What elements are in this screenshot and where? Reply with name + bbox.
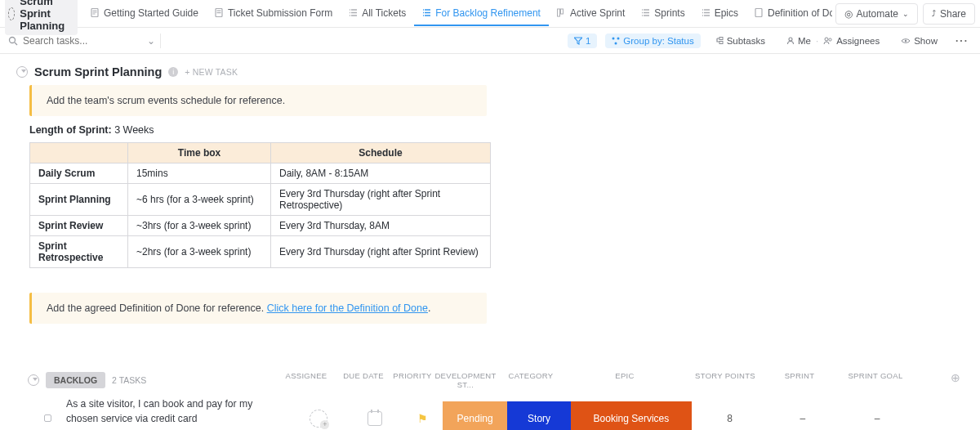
list-icon [349, 8, 358, 17]
sprint-cell[interactable]: – [768, 413, 837, 424]
th-timebox: Time box [128, 143, 271, 163]
board-icon [557, 8, 566, 17]
col-devstatus[interactable]: DEVELOPMENT ST... [433, 371, 498, 389]
tab-definition-of-done[interactable]: Definition of Done [746, 2, 832, 26]
callout-dod: Add the agreed Definition of Done for re… [29, 293, 487, 324]
divider: · [816, 36, 818, 46]
add-column-button[interactable]: ⊕ [946, 371, 965, 389]
table-row: Daily Scrum 15mins Daily, 8AM - 8:15AM [30, 163, 491, 184]
backlog-list: BACKLOG 2 TASKS ASSIGNEE DUE DATE PRIORI… [16, 371, 965, 430]
project-title[interactable]: Scrum Sprint Planning [5, 0, 78, 35]
col-sprint[interactable]: SPRINT [764, 371, 835, 389]
sprint-length-value: 3 Weeks [114, 124, 154, 136]
points-cell[interactable]: 8 [692, 413, 768, 424]
svg-rect-12 [719, 41, 723, 43]
group-icon [612, 37, 620, 45]
doc-icon [755, 8, 764, 17]
task-inline-icons: ≡ [66, 426, 284, 430]
col-assignee[interactable]: ASSIGNEE [278, 371, 335, 389]
divider [160, 34, 161, 48]
calendar-icon [368, 411, 382, 426]
col-epic[interactable]: EPIC [564, 371, 686, 389]
category-tag[interactable]: Story [507, 401, 571, 430]
tab-all-tickets[interactable]: All Tickets [341, 2, 414, 26]
callout-events: Add the team's scrum events schedule for… [29, 85, 487, 116]
automate-button[interactable]: ◎ Automate ⌄ [835, 3, 918, 25]
group-name[interactable]: BACKLOG [46, 372, 105, 388]
svg-rect-3 [216, 12, 220, 13]
svg-rect-5 [560, 9, 563, 14]
tab-backlog-refinement[interactable]: For Backlog Refinement [414, 2, 549, 26]
tab-getting-started[interactable]: Getting Started Guide [82, 2, 207, 26]
goal-cell[interactable]: – [837, 413, 917, 424]
svg-rect-11 [719, 37, 723, 39]
dev-status-tag[interactable]: Pending [443, 401, 506, 430]
table-row: Sprint Planning ~6 hrs (for a 3-week spr… [30, 184, 491, 216]
more-menu[interactable]: ··· [952, 35, 972, 47]
event-schedule: Daily, 8AM - 8:15AM [271, 163, 491, 184]
status-checkbox[interactable] [44, 414, 51, 422]
share-button[interactable]: ⤴ Share [923, 3, 975, 25]
sprint-icon [8, 7, 15, 20]
subtasks-pill[interactable]: Subtasks [709, 34, 772, 48]
dod-link[interactable]: Click here for the Definition of Done [267, 302, 428, 314]
group-by-label: Group by: Status [623, 36, 693, 46]
sprint-length: Length of Sprint: 3 Weeks [29, 124, 965, 136]
automate-label: Automate [857, 8, 898, 20]
event-name: Daily Scrum [30, 163, 128, 184]
group-by-pill[interactable]: Group by: Status [605, 34, 700, 48]
tab-label: Sprints [654, 7, 684, 19]
svg-point-10 [615, 42, 617, 44]
task-row[interactable]: As a site visitor, I can book and pay fo… [16, 394, 965, 430]
svg-point-7 [10, 37, 16, 43]
filter-count-pill[interactable]: 1 [568, 34, 597, 48]
callout-dod-text: Add the agreed Definition of Done for re… [47, 302, 267, 314]
tab-sprints[interactable]: Sprints [633, 2, 693, 26]
event-time: ~2hrs (for a 3-week sprint) [128, 236, 271, 268]
col-duedate[interactable]: DUE DATE [335, 371, 392, 389]
tab-ticket-form[interactable]: Ticket Submission Form [207, 2, 341, 26]
collapse-toggle[interactable] [16, 66, 28, 78]
duedate-cell[interactable] [347, 411, 403, 426]
event-name: Sprint Retrospective [30, 236, 128, 268]
col-category[interactable]: CATEGORY [498, 371, 564, 389]
search-icon [8, 36, 18, 46]
tab-epics[interactable]: Epics [693, 2, 746, 26]
assignee-cell[interactable] [291, 410, 347, 428]
svg-point-13 [789, 38, 792, 41]
callout-text: Add the team's scrum events schedule for… [47, 95, 285, 106]
me-pill[interactable]: Me · Assignees [780, 34, 886, 48]
info-icon[interactable]: i [168, 67, 178, 77]
task-title[interactable]: As a site visitor, I can book and pay fo… [66, 397, 291, 430]
top-nav-right: ◎ Automate ⌄ ⤴ Share [835, 3, 975, 25]
filter-icon [574, 37, 582, 45]
new-task-link[interactable]: + NEW TASK [185, 67, 238, 77]
tab-active-sprint[interactable]: Active Sprint [549, 2, 633, 26]
table-row: Sprint Retrospective ~2hrs (for a 3-week… [30, 236, 491, 268]
top-nav-left: Scrum Sprint Planning Getting Started Gu… [5, 0, 832, 35]
project-title-text: Scrum Sprint Planning [20, 0, 71, 32]
top-navigation: Scrum Sprint Planning Getting Started Gu… [0, 0, 980, 28]
tab-label: Getting Started Guide [104, 7, 198, 19]
chevron-down-icon[interactable]: ⌄ [144, 35, 152, 47]
events-table: Time box Schedule Daily Scrum 15mins Dai… [29, 142, 491, 268]
svg-point-9 [617, 37, 620, 39]
col-points[interactable]: STORY POINTS [686, 371, 764, 389]
assignees-label: Assignees [836, 36, 880, 46]
th-schedule: Schedule [271, 143, 491, 163]
list-icon [422, 8, 431, 17]
priority-cell[interactable] [403, 412, 443, 425]
collapse-toggle[interactable] [28, 374, 39, 386]
doc-icon [91, 8, 100, 17]
svg-point-15 [829, 38, 831, 40]
svg-point-14 [825, 38, 828, 41]
col-goal[interactable]: SPRINT GOAL [835, 371, 916, 389]
list-icon [702, 8, 710, 17]
show-pill[interactable]: Show [894, 34, 944, 48]
search-box[interactable] [8, 35, 139, 47]
event-name: Sprint Review [30, 216, 128, 236]
col-priority[interactable]: PRIORITY [392, 371, 433, 389]
epic-tag[interactable]: Booking Services [571, 401, 691, 430]
share-icon: ⤴ [932, 9, 936, 18]
search-input[interactable] [23, 35, 113, 47]
